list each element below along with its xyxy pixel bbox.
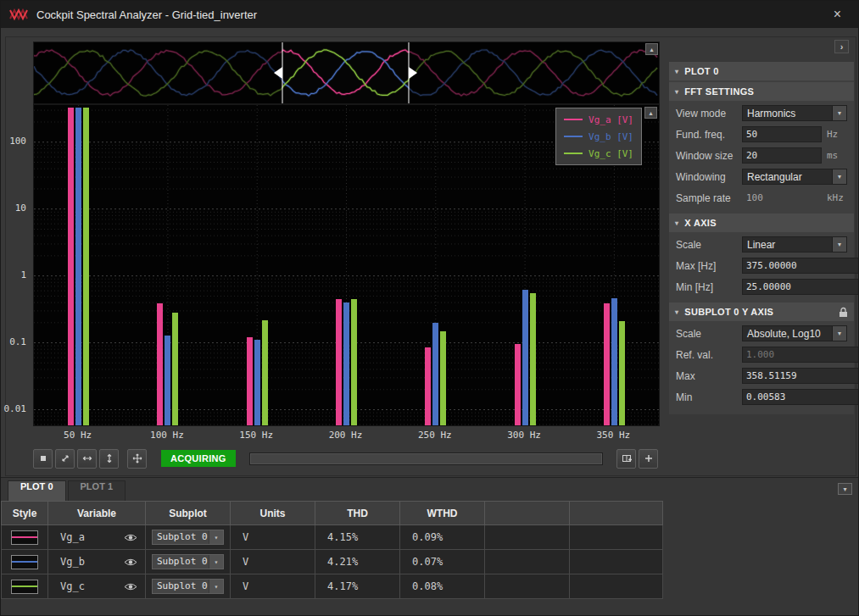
window-title: Cockpit Spectral Analyzer - Grid-tied_in…	[36, 8, 257, 21]
y-max-label: Max	[676, 370, 742, 382]
legend-item[interactable]: Vg_b [V]	[564, 128, 633, 145]
x-min-input[interactable]	[743, 280, 859, 294]
sample-rate-row: Sample rate 100 kHz	[669, 187, 854, 208]
stop-button[interactable]	[33, 449, 53, 469]
empty-cell	[570, 525, 663, 550]
y-scale-row: Scale Absolute, Log10 ▾	[669, 323, 854, 344]
legend-label: Vg_a [V]	[588, 114, 633, 125]
view-mode-select[interactable]: Harmonics ▾	[742, 105, 847, 121]
x-min-spinner[interactable]: ▴▾	[742, 279, 859, 295]
fft-bar	[262, 320, 268, 425]
wthd-cell: 0.08%	[400, 574, 485, 599]
add-plot-button[interactable]	[639, 449, 658, 469]
section-header-y-axis[interactable]: ▾ SUBPLOT 0 Y AXIS	[669, 302, 854, 321]
windowing-row: Windowing Rectangular ▾	[669, 166, 854, 187]
fft-bar	[530, 293, 536, 425]
chevron-down-icon: ▾	[209, 580, 223, 593]
subplot-select[interactable]: Subplot 0▾	[152, 554, 224, 569]
panel-collapse-button[interactable]: ›	[834, 40, 849, 53]
section-header-plot0[interactable]: ▾ PLOT 0	[669, 62, 854, 80]
fft-bar	[157, 303, 163, 425]
preview-collapse-button[interactable]: ▴	[645, 43, 658, 55]
horizontal-fit-button[interactable]	[77, 449, 97, 469]
ref-val-row: Ref. val. ▴▾	[669, 344, 854, 365]
fft-bar	[515, 344, 521, 425]
variable-name: Vg_c	[60, 580, 124, 592]
legend-label: Vg_c [V]	[588, 148, 633, 159]
fft-bar	[440, 331, 446, 425]
subplot-select[interactable]: Subplot 0▾	[152, 530, 224, 545]
table-header-row: Style Variable Subplot Units THD WTHD	[2, 502, 663, 525]
y-min-spinner[interactable]: ▴▾	[742, 389, 859, 405]
col-units: Units	[231, 502, 315, 525]
y-axis-tick: 0.1	[9, 336, 26, 347]
tab-plot-1[interactable]: PLOT 1	[68, 480, 126, 501]
autoscale-button[interactable]	[127, 449, 147, 469]
window-size-input[interactable]	[742, 147, 822, 164]
fft-bar	[611, 298, 617, 425]
title-bar: Cockpit Spectral Analyzer - Grid-tied_in…	[1, 1, 858, 28]
x-max-spinner[interactable]: ▴▾	[742, 258, 859, 274]
window-size-unit: ms	[822, 150, 847, 161]
windowing-select[interactable]: Rectangular ▾	[742, 169, 847, 185]
add-subplot-button[interactable]	[616, 449, 636, 469]
fund-freq-input[interactable]	[742, 126, 822, 142]
chart-toolbar: ACQUIRING	[33, 448, 658, 469]
legend-item[interactable]: Vg_c [V]	[564, 145, 633, 162]
x-min-label: Min [Hz]	[676, 281, 742, 293]
wthd-cell: 0.09%	[400, 525, 485, 550]
x-axis-tick: 300 Hz	[494, 430, 554, 441]
table-row: Vg_b Subplot 0▾ V 4.21% 0.07%	[2, 550, 663, 574]
waveform-preview-plot[interactable]	[34, 42, 659, 103]
vertical-fit-button[interactable]	[99, 449, 119, 469]
legend-item[interactable]: Vg_a [V]	[564, 111, 633, 128]
zoom-box-button[interactable]	[55, 449, 75, 469]
fund-freq-unit: Hz	[822, 129, 847, 140]
fft-bar	[522, 290, 528, 425]
time-domain-preview[interactable]: ▴	[33, 42, 660, 104]
y-scale-select[interactable]: Absolute, Log10 ▾	[742, 325, 847, 341]
x-max-row: Max [Hz] ▴▾	[669, 255, 854, 276]
style-swatch[interactable]	[11, 580, 38, 594]
style-swatch[interactable]	[11, 530, 38, 545]
empty-cell	[485, 550, 570, 574]
visibility-eye-icon[interactable]	[124, 558, 137, 567]
x-max-label: Max [Hz]	[676, 260, 742, 272]
legend-line-swatch	[564, 119, 583, 120]
y-min-input[interactable]	[743, 390, 859, 404]
table-row: Vg_c Subplot 0▾ V 4.17% 0.08%	[2, 574, 663, 599]
ref-val-label: Ref. val.	[676, 349, 742, 361]
col-empty-1	[485, 502, 570, 525]
horizontal-scrollbar[interactable]	[249, 452, 603, 465]
visibility-eye-icon[interactable]	[124, 582, 137, 591]
scrollbar-thumb[interactable]	[250, 453, 602, 464]
fund-freq-row: Fund. freq. Hz	[669, 124, 854, 145]
lock-icon[interactable]	[839, 307, 848, 318]
x-scale-select[interactable]: Linear ▾	[742, 236, 847, 253]
y-max-spinner[interactable]: ▴▾	[742, 368, 859, 384]
y-max-row: Max ▴▾	[669, 365, 854, 386]
bottom-collapse-button[interactable]: ▾	[838, 483, 852, 495]
y-min-row: Min ▴▾	[669, 386, 854, 408]
sample-rate-unit: kHz	[822, 192, 847, 203]
fft-chart[interactable]: Vg_a [V]Vg_b [V]Vg_c [V] ▴	[33, 104, 660, 426]
visibility-eye-icon[interactable]	[124, 533, 137, 542]
window-size-label: Window size	[676, 150, 742, 162]
y-max-input[interactable]	[743, 369, 859, 383]
wthd-cell: 0.07%	[400, 550, 485, 574]
legend-collapse-button[interactable]: ▴	[644, 107, 657, 119]
style-swatch[interactable]	[11, 555, 38, 569]
chevron-down-icon: ▾	[832, 237, 846, 252]
x-max-input[interactable]	[743, 258, 859, 273]
section-header-fft-settings[interactable]: ▾ FFT SETTINGS	[669, 82, 854, 101]
ref-val-spinner: ▴▾	[742, 347, 859, 363]
subplot-select[interactable]: Subplot 0▾	[152, 579, 224, 594]
close-icon[interactable]: ×	[825, 7, 850, 22]
sample-rate-label: Sample rate	[676, 192, 742, 204]
section-header-x-axis[interactable]: ▾ X AXIS	[669, 214, 854, 232]
window-size-row: Window size ms	[669, 145, 854, 166]
empty-cell	[485, 525, 570, 550]
x-scale-label: Scale	[676, 239, 742, 251]
tab-plot-0[interactable]: PLOT 0	[8, 480, 66, 501]
chevron-down-icon: ▾	[209, 530, 223, 544]
